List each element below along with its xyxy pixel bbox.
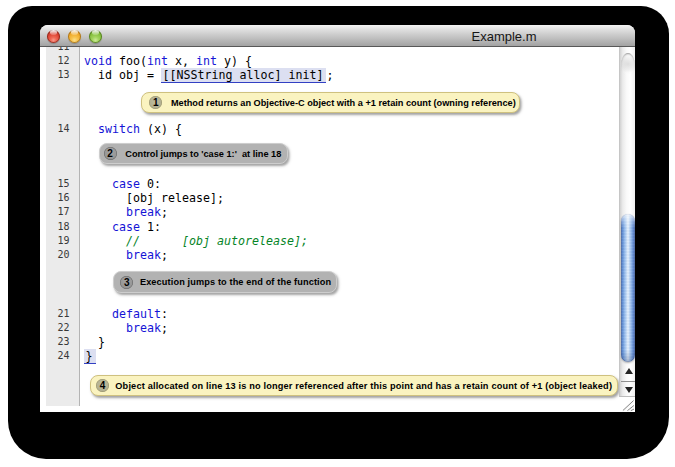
vertical-scrollbar[interactable] [619, 47, 635, 397]
resize-grip-icon[interactable] [620, 399, 634, 412]
bubble-step-badge: 1 [149, 96, 162, 109]
bubble-message: Object allocated on line 13 is no longer… [115, 381, 612, 391]
arrow-down-icon [625, 387, 633, 393]
bubble-step-badge: 2 [104, 147, 117, 160]
code-text: // [obj autorelease]; [84, 234, 308, 248]
app-window: Example.m 1112void foo(int x, int y) {13… [40, 25, 635, 412]
bubble-message: Control jumps to 'case 1:' at line 18 [125, 149, 281, 159]
code-text: break; [84, 321, 168, 335]
code-line-19: 19 // [obj autorelease]; [40, 234, 635, 248]
code-text: [obj release]; [84, 191, 224, 205]
code-line-16: 16 [obj release]; [40, 191, 635, 205]
window-titlebar[interactable]: Example.m [40, 25, 635, 47]
zoom-button[interactable] [89, 30, 102, 43]
code-line-22: 22 break; [40, 321, 635, 335]
scroll-up-button[interactable] [621, 363, 635, 380]
line-number: 24 [46, 349, 70, 363]
bubble-message: Execution jumps to the end of the functi… [140, 277, 331, 287]
code-text: case 0: [84, 177, 161, 191]
code-text: break; [84, 248, 168, 262]
bubble-step-badge: 3 [120, 276, 133, 289]
line-number: 20 [46, 248, 70, 262]
scroll-down-button[interactable] [621, 381, 635, 399]
scrollbar-track-top-shade [621, 53, 634, 75]
line-number: 19 [46, 234, 70, 248]
code-line-13: 13 id obj = [[NSString alloc] init]; [40, 68, 635, 82]
line-number: 12 [46, 54, 70, 68]
line-number: 13 [46, 68, 70, 82]
line-number: 16 [46, 191, 70, 205]
analyzer-bubble-3: 3Execution jumps to the end of the funct… [113, 271, 337, 293]
minimize-button[interactable] [68, 30, 81, 43]
code-line-15: 15 case 0: [40, 177, 635, 191]
close-button[interactable] [47, 30, 60, 43]
analyzer-bubble-2: 2Control jumps to 'case 1:' at line 18 [99, 143, 289, 164]
line-number: 23 [46, 335, 70, 349]
code-text: } [84, 335, 105, 349]
code-line-17: 17 break; [40, 205, 635, 219]
analyzer-bubble-4: 4Object allocated on line 13 is no longe… [90, 375, 618, 396]
window-title: Example.m [471, 29, 536, 44]
line-number: 18 [46, 220, 70, 234]
screenshot-stage: Example.m 1112void foo(int x, int y) {13… [0, 0, 675, 467]
line-number: 15 [46, 177, 70, 191]
line-number: 22 [46, 321, 70, 335]
code-text: default: [84, 307, 168, 321]
code-line-12: 12void foo(int x, int y) { [40, 54, 635, 68]
code-line-20: 20 break; [40, 248, 635, 262]
arrow-up-icon [625, 368, 633, 374]
close-button-glare-icon [50, 30, 57, 35]
code-text: } [84, 349, 96, 363]
analyzer-bubble-1: 1Method returns an Objective-C object wi… [141, 92, 520, 113]
code-text: switch (x) { [84, 122, 182, 136]
code-line-24: 24} [40, 349, 635, 363]
scrollbar-thumb[interactable] [621, 214, 635, 362]
code-line-14: 14 switch (x) { [40, 122, 635, 136]
code-line-18: 18 case 1: [40, 220, 635, 234]
code-text: void foo(int x, int y) { [84, 54, 252, 68]
bubble-step-badge: 4 [96, 379, 109, 392]
code-text: break; [84, 205, 168, 219]
minimize-button-glare-icon [71, 30, 78, 35]
line-number: 21 [46, 307, 70, 321]
code-text: case 1: [84, 220, 161, 234]
code-text: id obj = [[NSString alloc] init]; [84, 68, 333, 82]
zoom-button-glare-icon [92, 30, 99, 35]
code-viewer: 1112void foo(int x, int y) {13 id obj = … [40, 47, 635, 412]
line-number: 17 [46, 205, 70, 219]
line-number: 14 [46, 122, 70, 136]
bubble-message: Method returns an Objective-C object wit… [171, 98, 516, 108]
code-line-23: 23 } [40, 335, 635, 349]
code-line-21: 21 default: [40, 307, 635, 321]
